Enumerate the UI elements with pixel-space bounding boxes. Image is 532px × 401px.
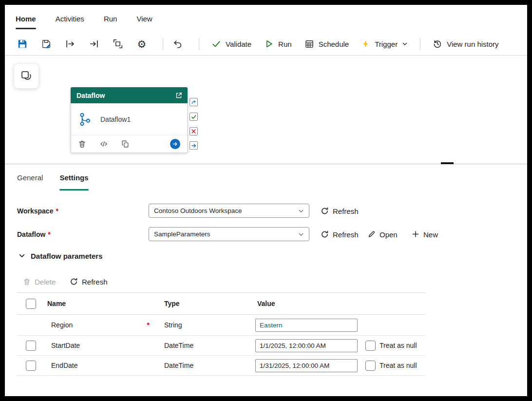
- parameters-table: Name Type Value Region * String: [17, 292, 425, 376]
- dataflow-refresh-button[interactable]: Refresh: [321, 230, 359, 238]
- plus-icon: [412, 230, 419, 238]
- toolbar-separator: [199, 38, 199, 50]
- dataflow-icon: [78, 112, 93, 127]
- dataflow-parameters-title: Dataflow parameters: [31, 252, 103, 260]
- tab-settings[interactable]: Settings: [59, 164, 88, 191]
- menu-bar: Home Activities Run View: [5, 5, 527, 33]
- menu-tab-activities[interactable]: Activities: [56, 5, 84, 33]
- dataflow-activity-card[interactable]: Dataflow Dataflow1: [71, 87, 188, 153]
- column-header-value: Value: [257, 300, 275, 307]
- arrow-from-bar-button[interactable]: [61, 35, 79, 53]
- undo-icon: [172, 38, 183, 49]
- dataflow-open-label: Open: [380, 230, 398, 238]
- save-button[interactable]: [14, 35, 31, 53]
- validate-button[interactable]: Validate: [205, 35, 258, 53]
- pipeline-editor: Home Activities Run View ⚙: [5, 5, 527, 396]
- save-as-button[interactable]: [38, 35, 55, 53]
- select-all-checkbox[interactable]: [26, 299, 36, 309]
- menu-tab-run-label: Run: [104, 15, 117, 23]
- dataflow-label: Dataflow*: [17, 230, 51, 238]
- arrow-to-bar-icon: [89, 38, 99, 49]
- menu-tab-home-label: Home: [16, 15, 36, 23]
- activity-type-label: Dataflow: [76, 92, 105, 99]
- undo-button[interactable]: [169, 35, 187, 53]
- on-completion-port-icon[interactable]: [190, 141, 198, 150]
- pencil-icon: [368, 230, 376, 238]
- activity-config-panel: General Settings Workspace* Contoso Outd…: [5, 164, 527, 396]
- play-icon: [264, 39, 274, 49]
- row-checkbox[interactable]: [26, 341, 36, 351]
- dataflow-open-button[interactable]: Open: [368, 230, 398, 238]
- param-value-input[interactable]: [255, 319, 358, 332]
- dataflow-row: Dataflow* SampleParameters Refresh Open …: [5, 227, 527, 241]
- activity-card-header: Dataflow: [71, 87, 188, 103]
- trigger-button[interactable]: Trigger: [355, 35, 414, 53]
- trigger-label: Trigger: [375, 40, 398, 48]
- treat-as-null-checkbox[interactable]: [365, 361, 376, 371]
- open-in-new-icon[interactable]: [175, 92, 183, 99]
- dataflow-parameters-section-toggle[interactable]: Dataflow parameters: [19, 248, 103, 264]
- chevron-down-icon: [19, 252, 25, 259]
- required-asterisk: *: [147, 321, 150, 329]
- trash-icon: [23, 278, 31, 286]
- fit-to-canvas-icon: [113, 38, 123, 49]
- param-value-input[interactable]: [255, 359, 358, 372]
- refresh-icon: [70, 278, 78, 286]
- code-view-icon[interactable]: [99, 140, 108, 148]
- command-toolbar: ⚙ Validate Run Schedule Trigger: [5, 33, 527, 56]
- row-checkbox[interactable]: [26, 361, 36, 371]
- refresh-parameters-button[interactable]: Refresh: [70, 278, 108, 286]
- dataflow-label-text: Dataflow: [17, 230, 45, 238]
- param-type: DateTime: [164, 362, 193, 369]
- arrow-from-bar-icon: [65, 38, 76, 49]
- menu-tab-run[interactable]: Run: [104, 5, 117, 33]
- refresh-icon: [321, 230, 329, 238]
- arrow-to-bar-button[interactable]: [85, 35, 103, 53]
- workspace-row: Workspace* Contoso Outdoors Workspace Re…: [5, 204, 527, 218]
- param-name: Region: [51, 321, 73, 329]
- activity-card-body: Dataflow1: [71, 103, 188, 135]
- calendar-icon: [304, 39, 314, 49]
- fit-to-canvas-button[interactable]: [109, 35, 127, 53]
- chevron-down-icon: [298, 231, 304, 237]
- treat-as-null-checkbox[interactable]: [365, 341, 376, 351]
- next-connector-icon[interactable]: [170, 139, 180, 149]
- delete-activity-icon[interactable]: [78, 140, 86, 148]
- dataflow-selected-value: SampleParameters: [154, 230, 210, 238]
- lightning-icon: [361, 39, 370, 49]
- menu-tab-home[interactable]: Home: [16, 5, 36, 33]
- pipeline-canvas[interactable]: Dataflow Dataflow1: [5, 56, 527, 164]
- dataflow-new-button[interactable]: New: [412, 230, 438, 238]
- view-run-history-label: View run history: [447, 40, 498, 48]
- delete-parameter-button[interactable]: Delete: [23, 278, 56, 286]
- param-value-input[interactable]: [255, 339, 358, 352]
- menu-tab-view-label: View: [136, 15, 152, 23]
- table-row: EndDate DateTime Treat as null: [17, 356, 425, 376]
- menu-tab-view[interactable]: View: [136, 5, 152, 33]
- settings-button[interactable]: ⚙: [133, 35, 151, 53]
- workspace-refresh-button[interactable]: Refresh: [321, 207, 359, 215]
- table-row: Region * String: [17, 315, 425, 336]
- view-run-history-button[interactable]: View run history: [426, 35, 505, 53]
- chevron-down-icon: [402, 41, 408, 47]
- column-header-name: Name: [47, 300, 66, 307]
- dataflow-dropdown[interactable]: SampleParameters: [149, 227, 309, 241]
- toolbox-button[interactable]: [14, 63, 39, 89]
- tab-general[interactable]: General: [17, 164, 43, 191]
- workspace-dropdown[interactable]: Contoso Outdoors Workspace: [149, 204, 309, 218]
- tab-settings-label: Settings: [59, 173, 88, 182]
- on-failure-port-icon[interactable]: [190, 127, 198, 135]
- validate-check-icon: [211, 39, 221, 49]
- workspace-selected-value: Contoso Outdoors Workspace: [154, 207, 242, 214]
- on-skip-port-icon[interactable]: [190, 98, 198, 106]
- activity-card-footer: [71, 135, 188, 153]
- on-success-port-icon[interactable]: [190, 113, 198, 121]
- toolbox-icon: [20, 70, 33, 82]
- copy-icon[interactable]: [121, 140, 130, 148]
- chevron-down-icon: [298, 208, 304, 214]
- schedule-label: Schedule: [319, 40, 349, 48]
- schedule-button[interactable]: Schedule: [298, 35, 356, 53]
- activity-name: Dataflow1: [100, 115, 131, 123]
- run-button[interactable]: Run: [258, 35, 298, 53]
- gear-icon: ⚙: [137, 39, 147, 49]
